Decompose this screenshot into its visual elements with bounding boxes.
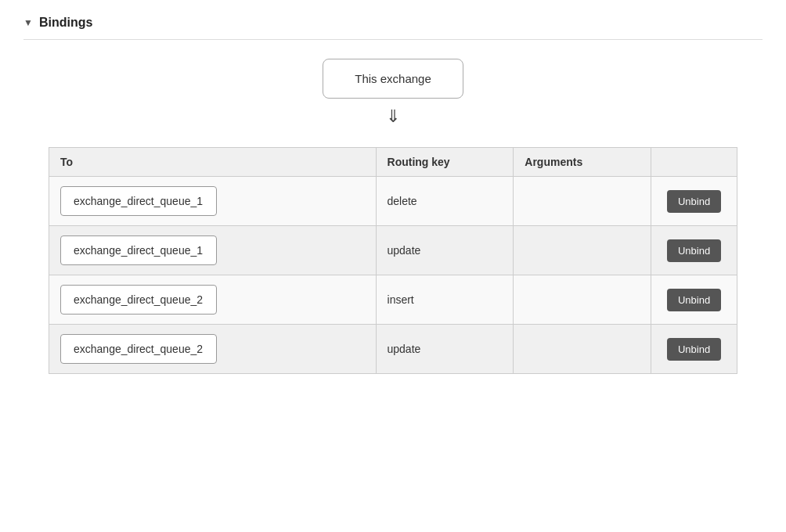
arguments-cell — [514, 325, 651, 374]
chevron-icon: ▼ — [23, 17, 33, 28]
bindings-section: ▼ Bindings This exchange ⇓ To Routing ke… — [0, 0, 786, 532]
arguments-cell — [514, 226, 651, 275]
routing-key-cell: insert — [376, 275, 514, 325]
routing-key-cell: update — [376, 226, 514, 275]
routing-key-cell: update — [376, 325, 514, 374]
table-row: exchange_direct_queue_1deleteUnbind — [49, 177, 737, 226]
unbind-button[interactable]: Unbind — [667, 338, 721, 361]
queue-box: exchange_direct_queue_2 — [60, 334, 217, 364]
unbind-button[interactable]: Unbind — [667, 190, 721, 213]
section-header: ▼ Bindings — [23, 16, 763, 40]
col-header-routing-key: Routing key — [376, 148, 514, 177]
table-row: exchange_direct_queue_2updateUnbind — [49, 325, 737, 374]
queue-box: exchange_direct_queue_1 — [60, 235, 217, 265]
col-header-action — [651, 148, 737, 177]
flow-container: This exchange ⇓ — [23, 59, 763, 128]
exchange-box: This exchange — [323, 59, 463, 99]
action-cell: Unbind — [651, 226, 737, 275]
section-title: Bindings — [39, 16, 92, 30]
bindings-table: To Routing key Arguments exchange_direct… — [49, 147, 737, 374]
arguments-cell — [514, 177, 651, 226]
to-cell: exchange_direct_queue_1 — [49, 177, 377, 226]
col-header-to: To — [49, 148, 377, 177]
col-header-arguments: Arguments — [514, 148, 651, 177]
table-row: exchange_direct_queue_2insertUnbind — [49, 275, 737, 325]
unbind-button[interactable]: Unbind — [667, 239, 721, 262]
arrow-down-icon: ⇓ — [386, 108, 400, 125]
action-cell: Unbind — [651, 275, 737, 325]
queue-box: exchange_direct_queue_1 — [60, 186, 217, 216]
table-row: exchange_direct_queue_1updateUnbind — [49, 226, 737, 275]
unbind-button[interactable]: Unbind — [667, 289, 721, 311]
to-cell: exchange_direct_queue_2 — [49, 275, 377, 325]
arguments-cell — [514, 275, 651, 325]
table-header-row: To Routing key Arguments — [49, 148, 737, 177]
action-cell: Unbind — [651, 325, 737, 374]
to-cell: exchange_direct_queue_2 — [49, 325, 377, 374]
action-cell: Unbind — [651, 177, 737, 226]
routing-key-cell: delete — [376, 177, 514, 226]
queue-box: exchange_direct_queue_2 — [60, 285, 217, 315]
to-cell: exchange_direct_queue_1 — [49, 226, 377, 275]
